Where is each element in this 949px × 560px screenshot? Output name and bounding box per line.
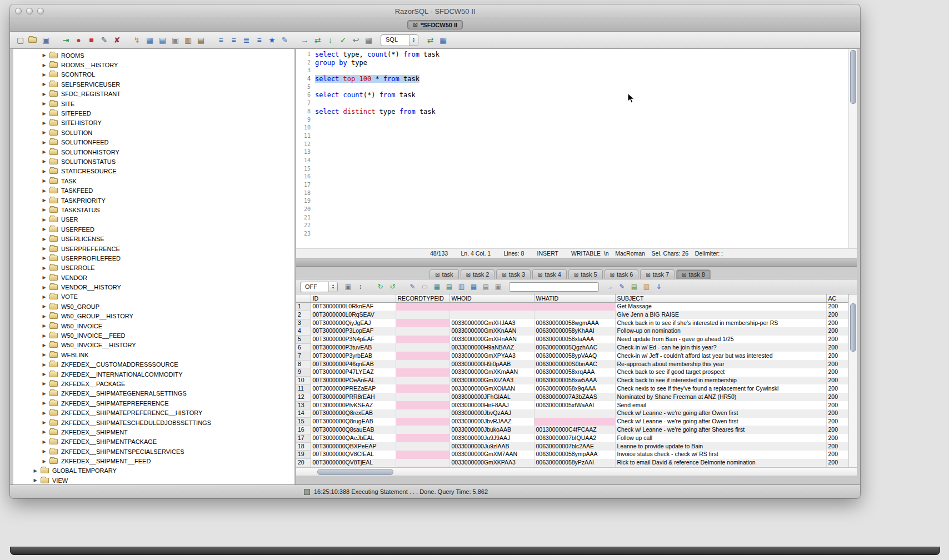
cell-recordtypeid[interactable] xyxy=(396,377,449,385)
document-tab[interactable]: ⊠ *SFDCW50 II xyxy=(407,20,463,29)
search-go-icon[interactable]: → xyxy=(605,282,615,292)
disclosure-triangle-icon[interactable]: ▶ xyxy=(32,468,38,473)
cell-whatid[interactable]: 00630000005QgzhAAC xyxy=(534,343,615,352)
run-all-icon[interactable]: ⇄ xyxy=(312,34,323,46)
cell-whatid[interactable] xyxy=(534,418,615,426)
sort-icon[interactable]: ↕ xyxy=(355,282,366,292)
tree-item-w50-invoice-history[interactable]: ▶W50_INVOICE__HISTORY xyxy=(13,341,294,350)
refresh-icon[interactable]: ↻ xyxy=(375,282,386,292)
tree-item-selfserviceuser[interactable]: ▶SELFSERVICEUSER xyxy=(13,79,294,89)
tree-item-w50-group-history[interactable]: ▶W50_GROUP__HISTORY xyxy=(13,312,294,321)
tree-item-zkfedex-internationalcommodity[interactable]: ▶ZKFEDEX__INTERNATIONALCOMMODITY xyxy=(13,369,294,379)
cell-whatid[interactable]: 006300000058ympAAA xyxy=(534,451,615,459)
disclosure-triangle-icon[interactable]: ▶ xyxy=(41,72,47,77)
execute-sql-icon[interactable]: ↯ xyxy=(131,34,143,46)
disclosure-triangle-icon[interactable]: ▶ xyxy=(41,130,47,135)
cell-subject[interactable]: Give Jenn a BIG RAISE xyxy=(615,311,826,319)
tree-item-userrole[interactable]: ▶USERROLE xyxy=(13,263,294,273)
horizontal-splitter[interactable] xyxy=(296,258,857,267)
grid-vertical-scrollbar[interactable] xyxy=(848,294,857,467)
disclosure-triangle-icon[interactable]: ▶ xyxy=(41,323,47,328)
row-number-cell[interactable]: 12 xyxy=(296,393,311,401)
cell-id[interactable]: 00T3000000P3tuvEAB xyxy=(311,343,396,352)
combo-stepper-icon[interactable]: ▲▼ xyxy=(409,35,418,46)
cell-subject[interactable]: Check back to see if good target prospec… xyxy=(615,368,826,377)
disclosure-triangle-icon[interactable]: ▶ xyxy=(41,362,47,367)
disclosure-triangle-icon[interactable]: ▶ xyxy=(41,198,47,203)
row-number-cell[interactable]: 20 xyxy=(296,459,311,467)
disclosure-triangle-icon[interactable]: ▶ xyxy=(41,63,47,68)
disclosure-triangle-icon[interactable]: ▶ xyxy=(41,420,47,425)
tab-close-icon[interactable]: ⊠ xyxy=(610,272,615,278)
tree-item-rooms[interactable]: ▶ROOMS xyxy=(13,51,294,60)
cell-whoid[interactable]: 0033000000GmXM7AAN xyxy=(449,451,534,459)
row-number-cell[interactable]: 18 xyxy=(296,442,311,451)
tree-item-sitehistory[interactable]: ▶SITEHISTORY xyxy=(13,118,294,128)
cell-recordtypeid[interactable] xyxy=(396,393,449,401)
tab-close-icon[interactable]: ⊠ xyxy=(502,272,506,278)
row-number-cell[interactable]: 11 xyxy=(296,384,311,393)
cell-recordtypeid[interactable] xyxy=(396,368,449,377)
row-number-cell[interactable]: 4 xyxy=(296,327,311,336)
cell-whatid[interactable] xyxy=(534,303,615,311)
grid-view-icon[interactable]: ▦ xyxy=(432,282,442,292)
cell-ac[interactable]: 200 xyxy=(826,418,848,426)
cell-subject[interactable]: Check w/ Leanne - we're going after Shea… xyxy=(615,426,826,434)
result-tab-task-5[interactable]: ⊠task 5 xyxy=(568,269,603,279)
cell-whoid[interactable]: 0033000000GmXKnAAN xyxy=(449,327,534,336)
disclosure-triangle-icon[interactable]: ▶ xyxy=(41,314,47,319)
cell-whatid[interactable]: 0013000000C4fFCAAZ xyxy=(534,426,615,434)
cell-ac[interactable]: 200 xyxy=(826,368,848,377)
tree-item-w50-invoice-feed[interactable]: ▶W50_INVOICE__FEED xyxy=(13,331,294,340)
cell-whatid[interactable]: 006300000058yPzAAI xyxy=(534,459,615,467)
disclosure-triangle-icon[interactable]: ▶ xyxy=(41,111,47,116)
tree-item-sfdc-registrant[interactable]: ▶SFDC_REGISTRANT xyxy=(13,89,294,99)
form-view-icon[interactable]: ▣ xyxy=(493,282,503,292)
cell-recordtypeid[interactable] xyxy=(396,327,449,336)
cell-ac[interactable]: 200 xyxy=(826,343,848,352)
tree-item-userfeed[interactable]: ▶USERFEED xyxy=(13,224,294,234)
row-number-cell[interactable]: 2 xyxy=(296,311,311,319)
results-search-input[interactable] xyxy=(509,282,599,292)
result-tab-task[interactable]: ⊠task xyxy=(429,269,459,279)
editor-vertical-scrollbar[interactable] xyxy=(848,49,857,248)
row-number-cell[interactable]: 15 xyxy=(296,418,311,426)
disclosure-triangle-icon[interactable]: ▶ xyxy=(41,381,47,386)
titlebar[interactable]: RazorSQL - SFDCW50 II xyxy=(10,4,860,18)
column-header-whoid[interactable]: WHOID xyxy=(449,294,534,303)
cell-ac[interactable]: 200 xyxy=(826,377,848,385)
cell-subject[interactable]: Send email xyxy=(615,401,826,409)
cell-ac[interactable]: 200 xyxy=(826,393,848,401)
notes-icon[interactable]: ▤ xyxy=(629,282,640,292)
disclosure-triangle-icon[interactable]: ▶ xyxy=(41,304,47,309)
cell-whatid[interactable] xyxy=(534,409,615,418)
cell-subject[interactable]: Check-in w/ Ed - can he join this year? xyxy=(615,343,826,352)
disclosure-triangle-icon[interactable]: ▶ xyxy=(41,53,47,58)
cell-whatid[interactable]: 00630000007A3bZAAS xyxy=(534,393,615,401)
cell-whoid[interactable]: 0033000000JbvRJAAZ xyxy=(449,418,534,426)
new-file-icon[interactable]: ▢ xyxy=(14,34,26,46)
tab-close-icon[interactable]: ⊠ xyxy=(435,272,439,278)
tree-item-userprofilefeed[interactable]: ▶USERPROFILEFEED xyxy=(13,253,294,263)
row-number-cell[interactable]: 8 xyxy=(296,360,311,368)
cell-id[interactable]: 00T3000000P3N4pEAF xyxy=(311,336,396,344)
outdent-icon[interactable]: ≡ xyxy=(253,34,265,46)
cell-whoid[interactable]: 0033000000GmXOiAAN xyxy=(449,384,534,393)
disconnect-icon[interactable]: ■ xyxy=(86,34,97,46)
tree-item-sitefeed[interactable]: ▶SITEFEED xyxy=(13,108,294,118)
row-number-cell[interactable]: 19 xyxy=(296,451,311,459)
save-icon[interactable]: ▣ xyxy=(40,34,52,46)
zoom-button[interactable] xyxy=(37,8,44,14)
cell-subject[interactable]: Get Massage xyxy=(615,303,826,311)
tree-item-taskfeed[interactable]: ▶TASKFEED xyxy=(13,186,294,195)
cell-id[interactable]: 00T3000000QV8TjEAL xyxy=(311,459,396,467)
disclosure-triangle-icon[interactable]: ▶ xyxy=(41,227,47,232)
run-icon[interactable]: → xyxy=(299,34,311,46)
results-grid-icon[interactable]: ▦ xyxy=(437,34,449,46)
cell-subject[interactable]: Check back in to see if she's interested… xyxy=(615,319,826,327)
cell-recordtypeid[interactable] xyxy=(396,418,449,426)
disclosure-triangle-icon[interactable]: ▶ xyxy=(41,121,47,126)
cell-subject[interactable]: Nominated by Shane Freeman at ANZ (HR50) xyxy=(615,393,826,401)
cell-id[interactable]: 00T3000000Q8rugEAB xyxy=(311,418,396,426)
step-icon[interactable]: ↓ xyxy=(324,34,336,46)
